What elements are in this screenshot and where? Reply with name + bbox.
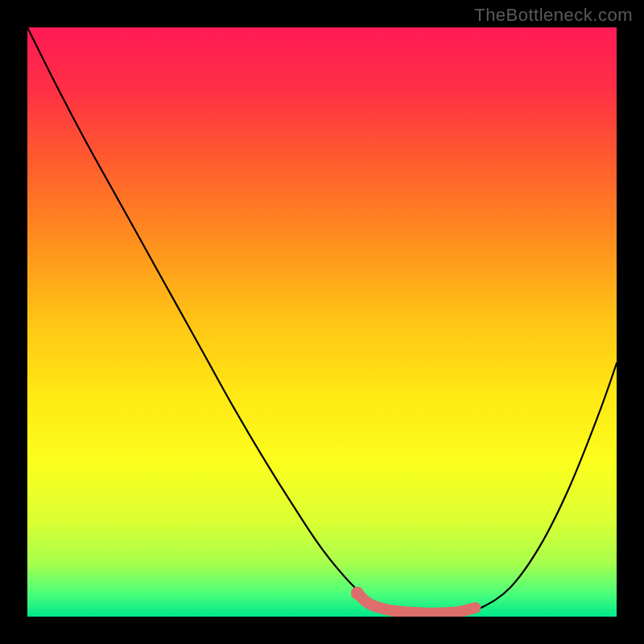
plot-svg (27, 27, 617, 617)
chart-stage: TheBottleneck.com (0, 0, 644, 644)
highlight-start-dot (351, 587, 364, 600)
gradient-background (27, 27, 617, 617)
plot-area (27, 27, 617, 617)
watermark-text: TheBottleneck.com (474, 5, 633, 26)
